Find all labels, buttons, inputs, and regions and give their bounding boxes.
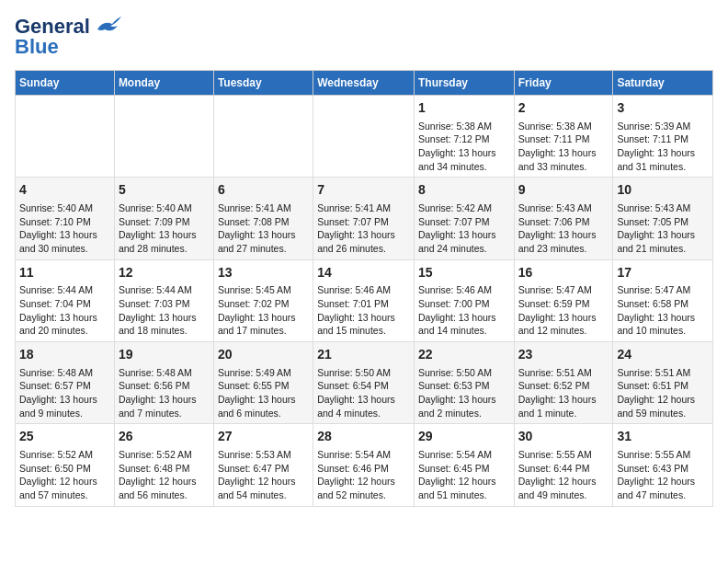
- week-row-5: 25Sunrise: 5:52 AMSunset: 6:50 PMDayligh…: [16, 424, 713, 506]
- day-number: 27: [218, 428, 309, 446]
- logo: General Blue: [15, 15, 121, 59]
- calendar-cell: 26Sunrise: 5:52 AMSunset: 6:48 PMDayligh…: [114, 424, 213, 506]
- calendar-cell: [213, 96, 313, 178]
- calendar-cell: 22Sunrise: 5:50 AMSunset: 6:53 PMDayligh…: [414, 342, 514, 424]
- day-number: 19: [119, 346, 210, 364]
- day-number: 11: [19, 264, 110, 282]
- day-info: Sunrise: 5:54 AMSunset: 6:46 PMDaylight:…: [317, 449, 395, 500]
- day-number: 29: [418, 428, 510, 446]
- day-info: Sunrise: 5:51 AMSunset: 6:51 PMDaylight:…: [617, 367, 695, 419]
- calendar-cell: [313, 96, 415, 178]
- day-info: Sunrise: 5:52 AMSunset: 6:48 PMDaylight:…: [119, 449, 197, 500]
- calendar-cell: 1Sunrise: 5:38 AMSunset: 7:12 PMDaylight…: [414, 96, 514, 178]
- logo-blue-text: Blue: [15, 35, 59, 59]
- header-day-tuesday: Tuesday: [213, 71, 313, 96]
- calendar-cell: 30Sunrise: 5:55 AMSunset: 6:44 PMDayligh…: [514, 424, 613, 506]
- header-day-wednesday: Wednesday: [313, 71, 415, 96]
- day-number: 4: [19, 181, 110, 200]
- day-info: Sunrise: 5:47 AMSunset: 6:58 PMDaylight:…: [617, 284, 695, 336]
- calendar-cell: 24Sunrise: 5:51 AMSunset: 6:51 PMDayligh…: [613, 342, 713, 424]
- day-number: 25: [19, 428, 110, 446]
- header-day-friday: Friday: [514, 71, 613, 96]
- calendar-cell: 31Sunrise: 5:55 AMSunset: 6:43 PMDayligh…: [613, 424, 713, 506]
- calendar-cell: 2Sunrise: 5:38 AMSunset: 7:11 PMDaylight…: [514, 96, 613, 178]
- day-number: 15: [418, 264, 510, 282]
- calendar-cell: 10Sunrise: 5:43 AMSunset: 7:05 PMDayligh…: [613, 178, 713, 259]
- calendar-cell: [16, 96, 115, 178]
- page-header: General Blue: [15, 15, 713, 59]
- day-number: 28: [317, 428, 410, 446]
- header-row: SundayMondayTuesdayWednesdayThursdayFrid…: [16, 71, 713, 96]
- day-info: Sunrise: 5:44 AMSunset: 7:03 PMDaylight:…: [119, 284, 197, 336]
- day-info: Sunrise: 5:48 AMSunset: 6:56 PMDaylight:…: [119, 367, 197, 419]
- day-number: 13: [218, 264, 309, 282]
- calendar-cell: 27Sunrise: 5:53 AMSunset: 6:47 PMDayligh…: [213, 424, 313, 506]
- day-info: Sunrise: 5:45 AMSunset: 7:02 PMDaylight:…: [218, 284, 296, 336]
- day-number: 1: [418, 99, 510, 118]
- day-info: Sunrise: 5:49 AMSunset: 6:55 PMDaylight:…: [218, 367, 296, 419]
- day-number: 8: [418, 181, 510, 200]
- calendar-cell: 12Sunrise: 5:44 AMSunset: 7:03 PMDayligh…: [114, 259, 213, 341]
- day-info: Sunrise: 5:44 AMSunset: 7:04 PMDaylight:…: [19, 284, 97, 336]
- week-row-4: 18Sunrise: 5:48 AMSunset: 6:57 PMDayligh…: [16, 342, 713, 424]
- day-info: Sunrise: 5:38 AMSunset: 7:11 PMDaylight:…: [518, 121, 597, 172]
- day-info: Sunrise: 5:43 AMSunset: 7:05 PMDaylight:…: [617, 202, 695, 254]
- day-info: Sunrise: 5:39 AMSunset: 7:11 PMDaylight:…: [617, 121, 695, 172]
- calendar-cell: 28Sunrise: 5:54 AMSunset: 6:46 PMDayligh…: [313, 424, 415, 506]
- calendar-cell: 25Sunrise: 5:52 AMSunset: 6:50 PMDayligh…: [16, 424, 115, 506]
- calendar-cell: 14Sunrise: 5:46 AMSunset: 7:01 PMDayligh…: [313, 259, 415, 341]
- header-day-monday: Monday: [114, 71, 213, 96]
- day-info: Sunrise: 5:40 AMSunset: 7:09 PMDaylight:…: [119, 202, 197, 254]
- calendar-table: SundayMondayTuesdayWednesdayThursdayFrid…: [15, 70, 713, 507]
- header-day-sunday: Sunday: [16, 71, 115, 96]
- day-number: 3: [617, 99, 709, 118]
- calendar-cell: 9Sunrise: 5:43 AMSunset: 7:06 PMDaylight…: [514, 178, 613, 259]
- day-info: Sunrise: 5:43 AMSunset: 7:06 PMDaylight:…: [518, 202, 597, 254]
- day-info: Sunrise: 5:41 AMSunset: 7:08 PMDaylight:…: [218, 202, 296, 254]
- day-number: 9: [518, 181, 609, 200]
- day-info: Sunrise: 5:46 AMSunset: 7:01 PMDaylight:…: [317, 284, 395, 336]
- day-number: 26: [119, 428, 210, 446]
- calendar-cell: 15Sunrise: 5:46 AMSunset: 7:00 PMDayligh…: [414, 259, 514, 341]
- day-number: 30: [518, 428, 609, 446]
- day-number: 7: [317, 181, 410, 200]
- calendar-cell: 16Sunrise: 5:47 AMSunset: 6:59 PMDayligh…: [514, 259, 613, 341]
- calendar-cell: 7Sunrise: 5:41 AMSunset: 7:07 PMDaylight…: [313, 178, 415, 259]
- calendar-cell: 20Sunrise: 5:49 AMSunset: 6:55 PMDayligh…: [213, 342, 313, 424]
- header-day-thursday: Thursday: [414, 71, 514, 96]
- week-row-1: 1Sunrise: 5:38 AMSunset: 7:12 PMDaylight…: [16, 96, 713, 178]
- day-number: 6: [218, 181, 309, 200]
- day-info: Sunrise: 5:51 AMSunset: 6:52 PMDaylight:…: [518, 367, 597, 419]
- day-number: 2: [518, 99, 609, 118]
- week-row-2: 4Sunrise: 5:40 AMSunset: 7:10 PMDaylight…: [16, 178, 713, 259]
- header-day-saturday: Saturday: [613, 71, 713, 96]
- calendar-cell: 13Sunrise: 5:45 AMSunset: 7:02 PMDayligh…: [213, 259, 313, 341]
- day-number: 10: [617, 181, 709, 200]
- day-number: 12: [119, 264, 210, 282]
- day-info: Sunrise: 5:46 AMSunset: 7:00 PMDaylight:…: [418, 284, 496, 336]
- calendar-cell: 6Sunrise: 5:41 AMSunset: 7:08 PMDaylight…: [213, 178, 313, 259]
- day-info: Sunrise: 5:50 AMSunset: 6:54 PMDaylight:…: [317, 367, 395, 419]
- calendar-cell: [114, 96, 213, 178]
- logo-bird-icon: [94, 17, 121, 37]
- week-row-3: 11Sunrise: 5:44 AMSunset: 7:04 PMDayligh…: [16, 259, 713, 341]
- day-info: Sunrise: 5:38 AMSunset: 7:12 PMDaylight:…: [418, 121, 496, 172]
- day-number: 14: [317, 264, 410, 282]
- day-number: 18: [19, 346, 110, 364]
- day-info: Sunrise: 5:55 AMSunset: 6:44 PMDaylight:…: [518, 449, 597, 500]
- calendar-cell: 19Sunrise: 5:48 AMSunset: 6:56 PMDayligh…: [114, 342, 213, 424]
- day-number: 17: [617, 264, 709, 282]
- calendar-cell: 18Sunrise: 5:48 AMSunset: 6:57 PMDayligh…: [16, 342, 115, 424]
- day-info: Sunrise: 5:40 AMSunset: 7:10 PMDaylight:…: [19, 202, 97, 254]
- day-number: 31: [617, 428, 709, 446]
- day-info: Sunrise: 5:53 AMSunset: 6:47 PMDaylight:…: [218, 449, 296, 500]
- day-number: 5: [119, 181, 210, 200]
- day-info: Sunrise: 5:42 AMSunset: 7:07 PMDaylight:…: [418, 202, 496, 254]
- day-info: Sunrise: 5:41 AMSunset: 7:07 PMDaylight:…: [317, 202, 395, 254]
- day-number: 22: [418, 346, 510, 364]
- calendar-cell: 21Sunrise: 5:50 AMSunset: 6:54 PMDayligh…: [313, 342, 415, 424]
- day-info: Sunrise: 5:55 AMSunset: 6:43 PMDaylight:…: [617, 449, 695, 500]
- calendar-cell: 3Sunrise: 5:39 AMSunset: 7:11 PMDaylight…: [613, 96, 713, 178]
- day-number: 24: [617, 346, 709, 364]
- calendar-cell: 11Sunrise: 5:44 AMSunset: 7:04 PMDayligh…: [16, 259, 115, 341]
